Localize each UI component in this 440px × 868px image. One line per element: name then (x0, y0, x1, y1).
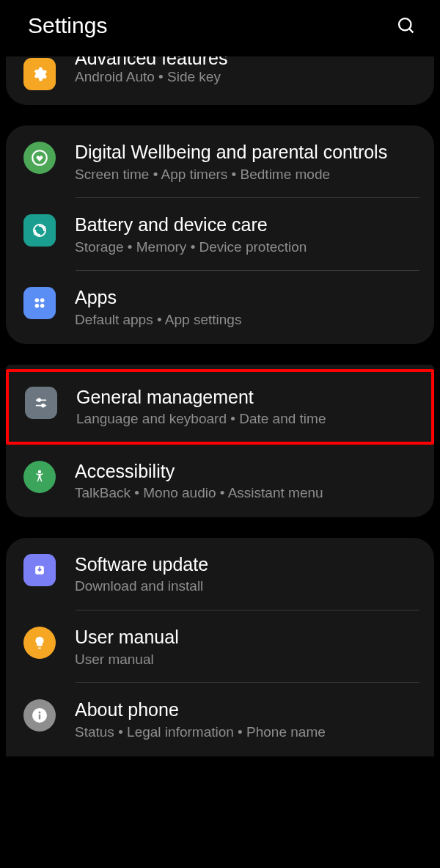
svg-point-5 (40, 299, 44, 303)
highlight-annotation: General management Language and keyboard… (6, 369, 434, 445)
search-button[interactable] (395, 14, 418, 37)
item-text: Digital Wellbeing and parental controls … (75, 140, 417, 183)
svg-point-15 (39, 712, 41, 714)
settings-item-apps[interactable]: Apps Default apps • App settings (6, 271, 434, 343)
settings-item-battery-device-care[interactable]: Battery and device care Storage • Memory… (6, 198, 434, 271)
item-text: User manual User manual (75, 625, 417, 668)
item-title: Accessibility (75, 459, 417, 484)
settings-group: Software update Download and install Use… (6, 538, 434, 756)
settings-item-software-update[interactable]: Software update Download and install (6, 538, 434, 610)
item-title: Software update (75, 552, 417, 577)
settings-group: Advanced features Android Auto • Side ke… (6, 56, 434, 105)
item-subtitle: Status • Legal information • Phone name (75, 723, 417, 742)
page-title: Settings (28, 13, 107, 38)
item-subtitle: Language and keyboard • Date and time (76, 410, 414, 428)
item-text: Battery and device care Storage • Memory… (75, 213, 417, 256)
svg-point-0 (399, 18, 411, 30)
settings-item-user-manual[interactable]: User manual User manual (6, 610, 434, 683)
svg-point-9 (37, 398, 40, 401)
apps-icon (23, 287, 56, 319)
settings-item-general-management[interactable]: General management Language and keyboard… (9, 372, 431, 442)
svg-point-7 (40, 304, 44, 308)
settings-header: Settings (0, 0, 440, 56)
item-text: Accessibility TalkBack • Mono audio • As… (75, 459, 417, 503)
settings-item-accessibility[interactable]: Accessibility TalkBack • Mono audio • As… (6, 445, 434, 517)
svg-rect-16 (39, 715, 40, 720)
svg-point-4 (35, 299, 40, 303)
item-subtitle: TalkBack • Mono audio • Assistant menu (75, 484, 417, 503)
item-text: Software update Download and install (75, 552, 417, 596)
item-text: General management Language and keyboard… (76, 385, 414, 428)
gear-icon (23, 58, 56, 90)
bulb-icon (23, 627, 56, 659)
item-title: About phone (75, 698, 417, 722)
item-subtitle: Storage • Memory • Device protection (75, 238, 417, 257)
svg-point-11 (42, 404, 45, 406)
search-icon (396, 15, 417, 36)
heart-circle-icon (23, 142, 56, 174)
settings-item-digital-wellbeing[interactable]: Digital Wellbeing and parental controls … (6, 125, 434, 198)
download-icon (23, 554, 56, 586)
item-title: Battery and device care (75, 213, 417, 237)
settings-group: Digital Wellbeing and parental controls … (6, 125, 434, 344)
info-icon (23, 699, 56, 732)
accessibility-icon (23, 461, 56, 493)
item-subtitle: User manual (75, 651, 417, 669)
item-text: About phone Status • Legal information •… (75, 698, 417, 741)
item-text: Apps Default apps • App settings (75, 285, 417, 329)
item-title: General management (76, 385, 414, 409)
settings-item-about-phone[interactable]: About phone Status • Legal information •… (6, 683, 434, 756)
item-subtitle: Default apps • App settings (75, 311, 417, 329)
svg-point-12 (38, 470, 41, 473)
svg-line-1 (409, 29, 413, 32)
settings-item-advanced-features[interactable]: Advanced features Android Auto • Side ke… (6, 56, 434, 105)
settings-group: General management Language and keyboard… (6, 365, 434, 517)
item-subtitle: Screen time • App timers • Bedtime mode (75, 166, 417, 184)
item-title: Digital Wellbeing and parental controls (75, 140, 417, 164)
item-text: Advanced features Android Auto • Side ke… (75, 56, 417, 87)
item-title: Apps (75, 285, 417, 310)
sliders-icon (25, 387, 57, 419)
refresh-icon (23, 214, 56, 247)
item-subtitle: Android Auto • Side key (75, 68, 417, 87)
item-title: User manual (75, 625, 417, 649)
svg-point-6 (35, 304, 40, 308)
item-title: Advanced features (75, 56, 417, 67)
item-subtitle: Download and install (75, 577, 417, 596)
